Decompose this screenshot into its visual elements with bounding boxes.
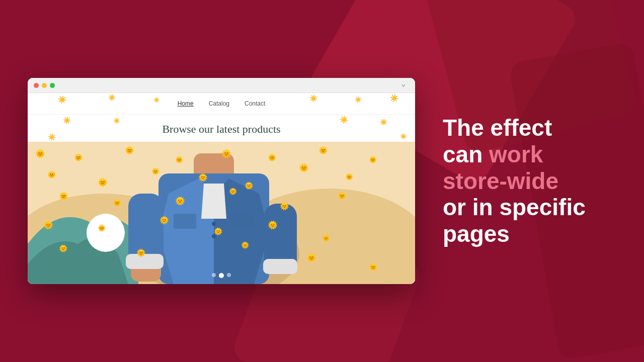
img-sun-16: 🌞 (59, 192, 68, 201)
img-sun-8: 🌞 (369, 156, 377, 163)
carousel-dot-active (219, 273, 224, 278)
nav-sun-6: ☀️ (390, 94, 398, 102)
img-sun-27: 🌞 (322, 234, 330, 242)
img-sun-15: 🌞 (345, 173, 353, 180)
headline-line1: The effect (443, 115, 552, 141)
browser-titlebar (28, 78, 415, 93)
img-sun-3: 🌞 (125, 146, 134, 155)
hero-sun-3: ☀️ (340, 116, 348, 124)
headline-storewide: store-wide (443, 168, 558, 194)
headline-line5: pages (443, 221, 510, 247)
nav-sun-1: ☀️ (58, 96, 66, 104)
landscape-svg (28, 142, 415, 284)
img-sun-28: 🌞 (59, 244, 67, 252)
svg-rect-13 (263, 259, 297, 274)
nav-sun-3: ☀️ (153, 97, 159, 103)
carousel-dot-inactive (212, 273, 216, 277)
img-sun-9: 🌞 (47, 170, 56, 178)
img-sun-29: 🌞 (136, 248, 146, 257)
nav-home[interactable]: Home (178, 100, 194, 107)
img-sun-22: 🌞 (43, 220, 53, 230)
img-sun-18: 🌞 (175, 196, 185, 206)
hero-sun-6: ☀️ (400, 133, 407, 140)
hero-sun-1: ☀️ (63, 117, 71, 124)
img-sun-24: 🌞 (159, 216, 169, 225)
img-sun-31: 🌞 (306, 253, 316, 262)
svg-point-7 (212, 222, 216, 226)
img-sun-6: 🌞 (268, 153, 276, 161)
headline-line2-normal: can (443, 141, 489, 167)
img-sun-10: 🌞 (98, 177, 108, 187)
img-sun-11: 🌞 (151, 167, 159, 175)
nav-contact[interactable]: Contact (245, 100, 265, 107)
site-hero: ☀️ ☀️ ☀️ ☀️ ☀️ ☀️ Browse our latest prod… (28, 115, 415, 142)
img-sun-32: 🌞 (369, 263, 377, 271)
nav-sun-5: ☀️ (355, 97, 362, 103)
browser-chevron-icon (401, 83, 406, 88)
img-sun-13: 🌞 (245, 182, 253, 190)
site-image-area: 🌞 🌞 🌞 🌞 🌞 🌞 🌞 🌞 🌞 🌞 🌞 🌞 🌞 🌞 🌞 🌞 🌞 🌞 🌞 (28, 142, 415, 284)
headline-text: The effect can work store-wide or in spe… (443, 115, 614, 247)
browser-dot-red (34, 83, 39, 88)
browser-mockup: ☀️ ☀️ ☀️ ☀️ ☀️ ☀️ Home Catalog Contact ☀… (28, 78, 415, 284)
browser-dot-green (50, 83, 55, 88)
img-sun-17: 🌞 (113, 199, 121, 207)
carousel-indicators (212, 273, 231, 278)
site-navigation: ☀️ ☀️ ☀️ ☀️ ☀️ ☀️ Home Catalog Contact (28, 93, 415, 115)
svg-rect-14 (174, 214, 196, 229)
hero-sun-5: ☀️ (48, 133, 56, 141)
img-sun-14: 🌞 (299, 163, 309, 172)
nav-sun-4: ☀️ (309, 95, 317, 102)
img-sun-20: 🌞 (280, 202, 289, 211)
site-hero-heading: Browse our latest products (28, 123, 415, 136)
svg-point-4 (87, 214, 125, 252)
img-sun-23: 🌞 (98, 224, 106, 232)
img-sun-26: 🌞 (268, 220, 278, 230)
carousel-dot-inactive-2 (227, 273, 231, 277)
browser-controls (401, 83, 409, 88)
main-layout: ☀️ ☀️ ☀️ ☀️ ☀️ ☀️ Home Catalog Contact ☀… (0, 0, 644, 362)
hero-sun-4: ☀️ (380, 119, 387, 126)
browser-content: ☀️ ☀️ ☀️ ☀️ ☀️ ☀️ Home Catalog Contact ☀… (28, 93, 415, 284)
browser-dot-yellow (42, 83, 47, 88)
headline-line4: or in specific (443, 194, 586, 220)
text-panel: The effect can work store-wide or in spe… (423, 115, 614, 247)
headline-work: work (489, 141, 543, 167)
nav-sun-2: ☀️ (108, 94, 116, 101)
img-sun-2: 🌞 (74, 153, 83, 161)
svg-rect-15 (231, 214, 254, 229)
img-sun-19: 🌞 (229, 188, 237, 195)
img-sun-5: 🌞 (221, 149, 231, 158)
img-sun-25: 🌞 (214, 227, 222, 235)
nav-catalog[interactable]: Catalog (209, 100, 229, 107)
img-sun-7: 🌞 (318, 146, 328, 155)
img-sun-4: 🌞 (175, 156, 183, 163)
img-sun-1: 🌞 (35, 149, 45, 158)
img-sun-21: 🌞 (338, 192, 346, 200)
img-sun-12: 🌞 (198, 173, 208, 182)
hero-sun-2: ☀️ (113, 118, 120, 124)
img-sun-30: 🌞 (241, 241, 249, 249)
